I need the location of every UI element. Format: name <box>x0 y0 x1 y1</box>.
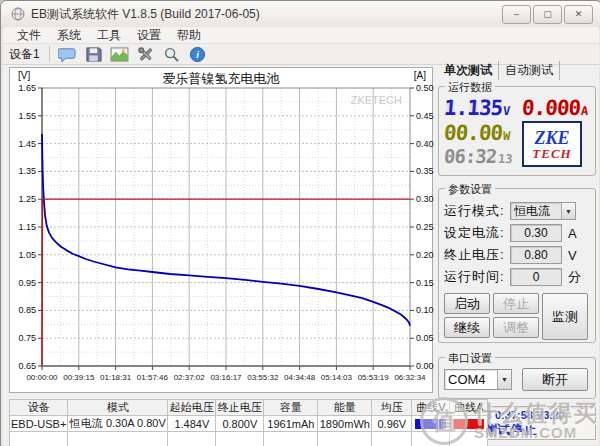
svg-text:0.20: 0.20 <box>416 250 434 260</box>
svg-text:0.75: 0.75 <box>18 333 36 343</box>
power-display: 00.0088.88W <box>443 121 523 145</box>
svg-text:03:16:17: 03:16:17 <box>210 373 242 382</box>
app-window: EB测试系统软件 V1.8.5 (Build 2017-06-05) – ▢ ✕… <box>0 0 600 446</box>
discharge-chart: 00:00:0000:39:1501:18:3101:57:4602:37:02… <box>10 82 434 394</box>
test-tabs: 单次测试 自动测试 <box>438 63 596 80</box>
svg-text:ZKETECH: ZKETECH <box>351 94 402 106</box>
table-empty-row <box>10 432 488 446</box>
curve-v-swatch <box>415 419 446 429</box>
voltage-display: 1.1358.888V <box>443 96 523 120</box>
col-avg-voltage: 均压 <box>372 400 412 416</box>
svg-text:i: i <box>196 49 199 60</box>
svg-text:1.55: 1.55 <box>18 111 36 121</box>
app-icon <box>11 7 25 21</box>
set-current-unit: A <box>568 226 577 241</box>
svg-text:0.35: 0.35 <box>416 166 434 176</box>
monitor-button[interactable]: 监测 <box>542 293 588 340</box>
params-group: 参数设置 运行模式: 恒电流 ▼ 设定电流: 0.30 A 终止电压: 0.80… <box>438 188 596 343</box>
run-mode-label: 运行模式: <box>444 202 510 220</box>
save-icon[interactable] <box>83 45 105 63</box>
com-port-dropdown[interactable]: COM4 ▼ <box>444 369 512 390</box>
col-mode: 模式 <box>68 400 168 416</box>
start-button[interactable]: 启动 <box>444 293 490 314</box>
window-title: EB测试系统软件 V1.8.5 (Build 2017-06-05) <box>31 6 260 23</box>
col-energy: 能量 <box>318 400 372 416</box>
params-legend: 参数设置 <box>445 182 495 197</box>
info-icon[interactable]: i <box>187 45 209 63</box>
tab-auto-test[interactable]: 自动测试 <box>499 61 560 80</box>
svg-text:0.25: 0.25 <box>416 222 434 232</box>
run-mode-dropdown[interactable]: 恒电流 ▼ <box>510 202 576 220</box>
serial-legend: 串口设置 <box>445 351 495 366</box>
svg-text:00:39:15: 00:39:15 <box>63 373 95 382</box>
col-device: 设备 <box>10 400 68 416</box>
col-curve-v: 曲线V <box>412 400 450 416</box>
menu-system[interactable]: 系统 <box>49 27 89 44</box>
run-data-legend: 运行数据 <box>445 80 495 95</box>
set-current-field[interactable]: 0.30 <box>510 224 562 242</box>
svg-text:0.95: 0.95 <box>18 278 36 288</box>
stop-button: 停止 <box>493 293 539 314</box>
svg-text:0.00: 0.00 <box>416 361 434 371</box>
menu-file[interactable]: 文件 <box>9 27 49 44</box>
svg-text:1.15: 1.15 <box>18 222 36 232</box>
device-selector-label[interactable]: 设备1 <box>9 46 40 63</box>
svg-text:1.65: 1.65 <box>18 83 36 93</box>
svg-text:0.45: 0.45 <box>416 111 434 121</box>
close-button[interactable]: ✕ <box>564 5 593 24</box>
svg-text:0.15: 0.15 <box>416 278 434 288</box>
maximize-button[interactable]: ▢ <box>533 5 562 24</box>
cutoff-voltage-field[interactable]: 0.80 <box>510 246 562 264</box>
svg-text:1.35: 1.35 <box>18 166 36 176</box>
resume-button[interactable]: 继续 <box>444 317 490 338</box>
minimize-button[interactable]: – <box>502 5 531 24</box>
col-cutoff-voltage: 终止电压 <box>216 400 264 416</box>
svg-text:05:14:03: 05:14:03 <box>321 373 353 382</box>
col-capacity: 容量 <box>264 400 318 416</box>
svg-text:0.30: 0.30 <box>416 194 434 204</box>
right-axis-unit: [A] <box>414 70 426 81</box>
svg-text:0.40: 0.40 <box>416 139 434 149</box>
table-header-row: 设备 模式 起始电压 终止电压 容量 能量 均压 曲线V 曲线A <box>10 400 488 416</box>
svg-text:0.85: 0.85 <box>18 305 36 315</box>
toolbar-separator <box>49 46 50 62</box>
menu-settings[interactable]: 设置 <box>129 27 169 44</box>
run-data-group: 运行数据 1.1358.888V 0.0008.888A 00.0088.88W… <box>438 86 596 176</box>
col-start-voltage: 起始电压 <box>168 400 216 416</box>
zoom-icon[interactable] <box>161 45 183 63</box>
svg-text:0.50: 0.50 <box>416 83 434 93</box>
summary-table: 设备 模式 起始电压 终止电压 容量 能量 均压 曲线V 曲线A EBD-USB… <box>9 399 488 446</box>
svg-text:04:34:48: 04:34:48 <box>284 373 316 382</box>
tab-single-test[interactable]: 单次测试 <box>438 61 499 80</box>
current-display: 0.0008.888A <box>521 96 591 120</box>
svg-text:1.25: 1.25 <box>18 194 36 204</box>
set-current-label: 设定电流: <box>444 224 510 242</box>
svg-text:03:55:32: 03:55:32 <box>247 373 279 382</box>
title-bar[interactable]: EB测试系统软件 V1.8.5 (Build 2017-06-05) – ▢ ✕ <box>1 1 600 28</box>
chart-panel: [V] 爱乐普镍氢充电电池 [A] 00:00:0000:39:1501:18:… <box>9 67 433 393</box>
disconnect-button[interactable]: 断开 <box>522 368 588 391</box>
svg-text:0.10: 0.10 <box>416 305 434 315</box>
svg-text:00:00:00: 00:00:00 <box>26 373 58 382</box>
tools-icon[interactable] <box>135 45 157 63</box>
svg-text:01:18:31: 01:18:31 <box>100 373 132 382</box>
curve-a-swatch <box>453 419 484 429</box>
speech-bubble-icon[interactable] <box>57 45 79 63</box>
menu-bar: 文件 系统 工具 设置 帮助 <box>3 27 599 44</box>
menu-help[interactable]: 帮助 <box>169 27 209 44</box>
timer-display: 06:3288:8813 <box>443 145 523 167</box>
table-row[interactable]: EBD-USB+ 恒电流 0.30A 0.80V 1.484V 0.800V 1… <box>10 416 488 432</box>
svg-text:05:53:19: 05:53:19 <box>358 373 390 382</box>
chart-image-icon[interactable] <box>109 45 131 63</box>
chevron-down-icon[interactable]: ▼ <box>497 370 511 389</box>
zke-tech-logo: ZKE TECH <box>522 121 582 167</box>
svg-text:02:37:02: 02:37:02 <box>174 373 206 382</box>
chevron-down-icon[interactable]: ▼ <box>561 203 575 219</box>
run-time-field[interactable]: 0 <box>510 268 562 286</box>
adjust-button: 调整 <box>493 317 539 338</box>
menu-tools[interactable]: 工具 <box>89 27 129 44</box>
svg-text:06:32:34: 06:32:34 <box>394 373 426 382</box>
cutoff-voltage-unit: V <box>568 248 577 263</box>
right-panel: 单次测试 自动测试 运行数据 1.1358.888V 0.0008.888A 0… <box>438 63 596 399</box>
svg-text:1.05: 1.05 <box>18 250 36 260</box>
